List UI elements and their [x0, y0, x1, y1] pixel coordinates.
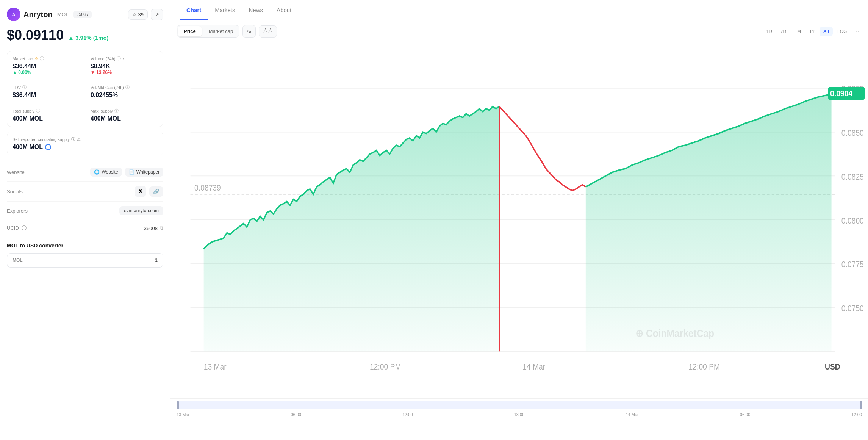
- coin-logo: A: [7, 8, 20, 21]
- market-cap-value: $36.44M: [13, 63, 80, 70]
- website-buttons: 🌐 Website 📄 Whitepaper: [90, 168, 163, 177]
- tab-markets[interactable]: Markets: [208, 1, 242, 20]
- price-change: ▲ 3.91% (1mo): [68, 34, 109, 41]
- timeline-date-3: 12:00: [402, 412, 413, 417]
- coin-name: Anryton: [23, 10, 53, 19]
- fdv-cell: FDV ⓘ $36.44M: [7, 80, 85, 103]
- converter-input-row: MOL: [7, 253, 163, 268]
- website-button[interactable]: 🌐 Website: [90, 168, 122, 177]
- vol-mkt-value: 0.02455%: [91, 92, 158, 99]
- max-supply-info-icon[interactable]: ⓘ: [114, 108, 119, 114]
- more-options-button[interactable]: ···: [851, 27, 862, 36]
- fdv-value: $36.44M: [13, 92, 80, 99]
- vol-mkt-info-icon[interactable]: ⓘ: [125, 85, 130, 90]
- svg-text:13 Mar: 13 Mar: [204, 363, 227, 371]
- time-7d-button[interactable]: 7D: [777, 27, 790, 36]
- svg-text:12:00 PM: 12:00 PM: [370, 363, 401, 371]
- total-supply-cell: Total supply ⓘ 400M MOL: [7, 103, 85, 127]
- converter-input[interactable]: [28, 257, 158, 263]
- header-actions: ☆ 39 ↗: [128, 9, 163, 20]
- chart-toolbar: Price Market cap ∿ ⧊⧊ 1D 7D 1M 1Y All LO…: [170, 21, 868, 41]
- tab-about[interactable]: About: [270, 1, 298, 20]
- tab-chart[interactable]: Chart: [180, 1, 208, 20]
- svg-text:USD: USD: [825, 363, 840, 371]
- vol-mkt-cell: Vol/Mkt Cap (24h) ⓘ 0.02455%: [85, 80, 163, 103]
- max-supply-cell: Max. supply ⓘ 400M MOL: [85, 103, 163, 127]
- ucid-info-icon[interactable]: ⓘ: [22, 225, 27, 231]
- star-count: 39: [138, 12, 144, 17]
- svg-text:14 Mar: 14 Mar: [522, 363, 545, 371]
- volume-value: $8.94K: [91, 63, 158, 70]
- twitter-button[interactable]: 𝕏: [135, 186, 146, 197]
- fdv-info-icon[interactable]: ⓘ: [22, 85, 27, 90]
- log-button[interactable]: LOG: [834, 27, 851, 36]
- link-icon: 🔗: [153, 189, 160, 194]
- time-1m-button[interactable]: 1M: [791, 27, 805, 36]
- line-icon: ∿: [247, 28, 252, 34]
- self-reported-section: Self-reported circulating supply ⓘ ⚠ 400…: [7, 132, 163, 155]
- converter-title: MOL to USD converter: [7, 243, 163, 249]
- fdv-label: FDV ⓘ: [13, 85, 80, 90]
- vol-mkt-label: Vol/Mkt Cap (24h) ⓘ: [91, 85, 158, 90]
- info-icon[interactable]: ⓘ: [40, 56, 44, 61]
- total-supply-info-icon[interactable]: ⓘ: [36, 108, 40, 114]
- svg-text:0.08739: 0.08739: [194, 183, 221, 192]
- converter-section: MOL to USD converter MOL: [7, 236, 163, 268]
- line-chart-icon-button[interactable]: ∿: [242, 25, 256, 38]
- volume-arrow-icon[interactable]: ›: [122, 56, 124, 61]
- converter-from-label: MOL: [13, 258, 28, 263]
- self-reported-value: 400M MOL: [13, 144, 158, 150]
- svg-text:⊕ CoinMarketCap: ⊕ CoinMarketCap: [635, 328, 714, 339]
- market-cap-change: ▲ 0.00%: [13, 70, 80, 75]
- market-cap-type-button[interactable]: Market cap: [203, 25, 239, 37]
- timeline-dates: 13 Mar 06:00 12:00 18:00 14 Mar 06:00 12…: [170, 412, 868, 417]
- svg-text:12:00 PM: 12:00 PM: [689, 363, 720, 371]
- total-supply-value: 400M MOL: [13, 115, 80, 122]
- volume-change: ▼ 13.26%: [91, 70, 158, 75]
- chart-area: 0.08739: [170, 41, 868, 398]
- copy-button[interactable]: ⧉: [160, 225, 163, 231]
- chart-svg: 0.08739: [170, 44, 868, 395]
- svg-text:0.0775: 0.0775: [841, 260, 864, 269]
- main-price: $0.09110: [7, 27, 64, 43]
- circle-icon: [45, 144, 51, 150]
- whitepaper-button[interactable]: 📄 Whitepaper: [125, 168, 163, 177]
- chart-type-group: Price Market cap: [177, 25, 239, 38]
- chart-bottom: 13 Mar 06:00 12:00 18:00 14 Mar 06:00 12…: [170, 398, 868, 440]
- share-button[interactable]: ↗: [151, 9, 163, 20]
- timeline-left-handle[interactable]: [177, 401, 179, 409]
- time-all-button[interactable]: All: [820, 27, 833, 36]
- max-supply-label: Max. supply ⓘ: [91, 108, 158, 114]
- explorers-row: Explorers evm.anryton.com: [7, 202, 163, 220]
- website-label: Website: [7, 169, 37, 175]
- warning-icon: ⚠: [34, 56, 38, 61]
- star-button[interactable]: ☆ 39: [128, 9, 148, 20]
- stats-grid: Market cap ⚠ ⓘ $36.44M ▲ 0.00% Volume (2…: [7, 51, 163, 127]
- svg-text:0.0850: 0.0850: [841, 128, 864, 137]
- coin-symbol: MOL: [57, 11, 69, 17]
- ucid-row: UCID ⓘ 36008 ⧉: [7, 220, 163, 236]
- volume-info-icon[interactable]: ⓘ: [117, 56, 121, 61]
- star-icon: ☆: [132, 12, 137, 17]
- self-reported-warning-icon: ⚠: [77, 137, 81, 142]
- time-1y-button[interactable]: 1Y: [805, 27, 819, 36]
- price-type-button[interactable]: Price: [178, 26, 202, 36]
- document-icon: 📄: [129, 169, 135, 175]
- timeline-date-4: 18:00: [514, 412, 525, 417]
- left-panel: A Anryton MOL #5037 ☆ 39 ↗ $0.09110 ▲ 3.…: [0, 0, 170, 440]
- timeline-date-7: 12:00: [851, 412, 862, 417]
- socials-label: Socials: [7, 189, 37, 194]
- timeline-right-handle[interactable]: [860, 401, 862, 409]
- link-button[interactable]: 🔗: [149, 186, 163, 197]
- timeline-date-6: 06:00: [740, 412, 751, 417]
- tab-news[interactable]: News: [242, 1, 270, 20]
- timeline-date-5: 14 Mar: [626, 412, 638, 417]
- timeline-date-1: 13 Mar: [177, 412, 189, 417]
- svg-text:0.0904: 0.0904: [830, 89, 853, 98]
- explorer-button[interactable]: evm.anryton.com: [119, 206, 163, 215]
- self-reported-info-icon[interactable]: ⓘ: [71, 136, 75, 142]
- timeline-bar[interactable]: [177, 401, 862, 409]
- candle-icon: ⧊⧊: [263, 28, 273, 34]
- candle-chart-icon-button[interactable]: ⧊⧊: [259, 25, 277, 38]
- time-1d-button[interactable]: 1D: [763, 27, 776, 36]
